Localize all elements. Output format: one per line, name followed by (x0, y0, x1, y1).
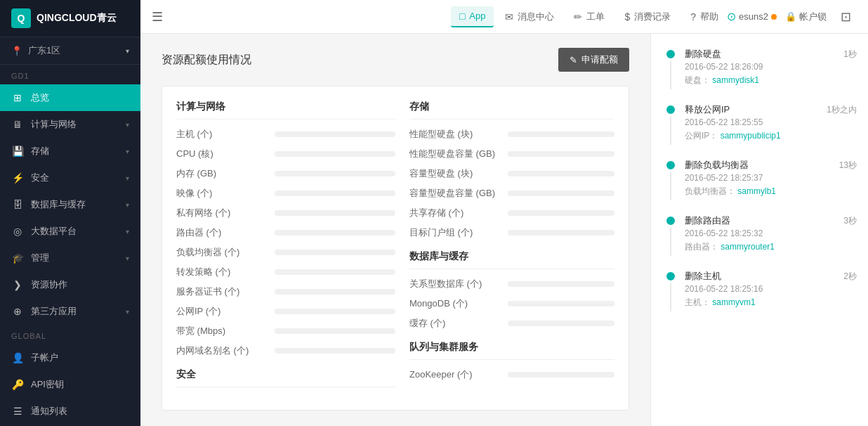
apikey-icon: 🔑 (11, 379, 24, 390)
top-nav-app-label: App (469, 11, 485, 21)
activity-dot-col (662, 214, 679, 256)
sidebar-item-label: 第三方应用 (31, 305, 126, 318)
sidebar-item-subaccount[interactable]: 👤 子帐户 (0, 344, 140, 371)
database-icon: 🗄 (11, 199, 24, 210)
quota-row-cpu: CPU (核) (176, 148, 395, 160)
bigdata-icon: ◎ (11, 226, 24, 237)
sidebar-item-security[interactable]: ⚡ 安全 ▾ (0, 164, 140, 191)
activity-dot-col (662, 159, 679, 200)
hamburger-button[interactable]: ☰ (152, 9, 163, 25)
notification-dot (771, 14, 777, 20)
activity-content: 删除主机 2秒 2016-05-22 18:25:16 主机： sammyvm1 (685, 270, 857, 309)
activity-content: 删除负载均衡器 13秒 2016-05-22 18:25:37 负载均衡器： s… (685, 159, 857, 198)
quota-bar-container (275, 348, 395, 354)
quota-row-perf-disk: 性能型硬盘 (块) (409, 128, 614, 141)
sidebar-item-compute[interactable]: 🖥 计算与网络 ▾ (0, 111, 140, 138)
quota-row-bandwidth: 带宽 (Mbps) (176, 325, 395, 337)
subaccount-icon: 👤 (11, 352, 24, 363)
sidebar-item-label: 存储 (31, 145, 126, 157)
sidebar-item-overview[interactable]: ⊞ 总览 (0, 84, 140, 111)
chevron-down-icon: ▾ (126, 308, 129, 316)
detail-key: 硬盘： (685, 75, 710, 85)
quota-bar-container (508, 301, 614, 306)
region-code-label: GD1 (0, 67, 140, 84)
detail-key: 主机： (685, 297, 710, 307)
quota-bar-container (508, 191, 614, 196)
region-selector[interactable]: 📍 广东1区 ▾ (0, 37, 140, 65)
activity-item-delete-router: 删除路由器 3秒 2016-05-22 18:25:32 路由器： sammyr… (651, 207, 868, 263)
quota-row-forward: 转发策略 (个) (176, 266, 395, 278)
quota-row-cap-disk: 容量型硬盘 (块) (409, 167, 614, 180)
detail-link[interactable]: sammydisk1 (712, 75, 759, 85)
sidebar-item-storage[interactable]: 💾 存储 ▾ (0, 138, 140, 164)
top-nav-right: ⊙ esuns2 🔒 帐户锁 ⊡ (727, 6, 857, 27)
sidebar-item-thirdparty[interactable]: ⊕ 第三方应用 ▾ (0, 298, 140, 325)
activity-header: 删除主机 2秒 (685, 270, 857, 283)
detail-link[interactable]: sammypublicip1 (721, 131, 781, 141)
sidebar-item-resource[interactable]: ❯ 资源协作 (0, 271, 140, 298)
security-section: 安全 (176, 368, 395, 387)
detail-link[interactable]: sammylb1 (737, 186, 776, 196)
sidebar-item-label: 子帐户 (31, 351, 129, 364)
chevron-down-icon: ▾ (126, 47, 129, 55)
top-nav-orders[interactable]: ✏ 工单 (565, 6, 613, 27)
quota-bar-container (508, 230, 614, 235)
quota-row-shared-storage: 共享存储 (个) (409, 207, 614, 219)
chevron-down-icon: ▾ (126, 254, 129, 262)
storage-section-title: 存储 (409, 101, 614, 120)
quota-bar-container (508, 372, 614, 377)
detail-link[interactable]: sammyrouter1 (721, 242, 775, 252)
management-icon: 🎓 (11, 252, 24, 264)
quota-label: 负载均衡器 (个) (176, 246, 275, 259)
sidebar-item-bigdata[interactable]: ◎ 大数据平台 ▾ (0, 218, 140, 245)
top-nav-help[interactable]: ? 帮助 (682, 6, 727, 27)
activity-dot (666, 50, 675, 58)
sidebar-item-apikey[interactable]: 🔑 API密钥 (0, 371, 140, 398)
user-button[interactable]: ⊙ esuns2 (727, 10, 777, 23)
quota-bar-container (508, 321, 614, 326)
quota-row-memory: 内存 (GB) (176, 167, 395, 180)
quota-label: 关系型数据库 (个) (409, 278, 508, 290)
sidebar-item-management[interactable]: 🎓 管理 ▾ (0, 245, 140, 271)
quota-label: 转发策略 (个) (176, 266, 275, 278)
activity-dot (666, 161, 675, 169)
quota-bar-container (275, 250, 395, 255)
activity-header: 删除路由器 3秒 (685, 214, 857, 227)
lock-button[interactable]: 🔒 帐户锁 (785, 11, 827, 23)
quota-bar-container (275, 269, 395, 275)
top-nav-app[interactable]: □ App (451, 6, 494, 27)
sidebar-item-database[interactable]: 🗄 数据库与缓存 ▾ (0, 191, 140, 218)
logo-text: QINGCLOUD青云 (37, 12, 117, 25)
top-nav-help-label: 帮助 (700, 11, 718, 23)
quota-label: 缓存 (个) (409, 317, 508, 330)
quota-label: 目标门户组 (个) (409, 226, 508, 239)
quota-label: 主机 (个) (176, 128, 275, 141)
quota-label: 服务器证书 (个) (176, 285, 275, 298)
activity-dot-col (662, 103, 679, 145)
detail-key: 公网IP： (685, 131, 718, 141)
apply-quota-button[interactable]: ✎ 申请配额 (558, 48, 629, 72)
quota-bar-container (275, 210, 395, 216)
app-icon: □ (459, 11, 465, 22)
quota-label: 带宽 (Mbps) (176, 325, 275, 337)
main-content: 资源配额使用情况 ✎ 申请配额 计算与网络 主机 (个) CPU (核) (140, 34, 650, 426)
activity-date: 2016-05-22 18:25:37 (685, 173, 857, 183)
top-nav-messages[interactable]: ✉ 消息中心 (497, 6, 563, 27)
activity-dot (666, 217, 675, 225)
main-area: ☰ □ App ✉ 消息中心 ✏ 工单 $ 消费记录 ? 帮助 (140, 0, 868, 426)
activity-dot (666, 105, 675, 114)
queue-section-title: 队列与集群服务 (409, 341, 614, 360)
sidebar-item-notification[interactable]: ☰ 通知列表 (0, 398, 140, 425)
activity-time: 1秒 (843, 49, 857, 60)
detail-link[interactable]: sammyvm1 (712, 297, 755, 307)
sidebar-item-label: 计算与网络 (31, 118, 126, 131)
activity-dot-col (662, 270, 679, 311)
quota-bar-container (275, 151, 395, 157)
quota-bar-container (275, 131, 395, 137)
logout-button[interactable]: ⊡ (835, 6, 857, 27)
storage-icon: 💾 (11, 146, 24, 157)
top-nav-billing[interactable]: $ 消费记录 (616, 6, 679, 27)
quota-row-cache: 缓存 (个) (409, 317, 614, 330)
quota-label: 映像 (个) (176, 187, 275, 200)
quota-row-cap-disk-size: 容量型硬盘容量 (GB) (409, 187, 614, 200)
